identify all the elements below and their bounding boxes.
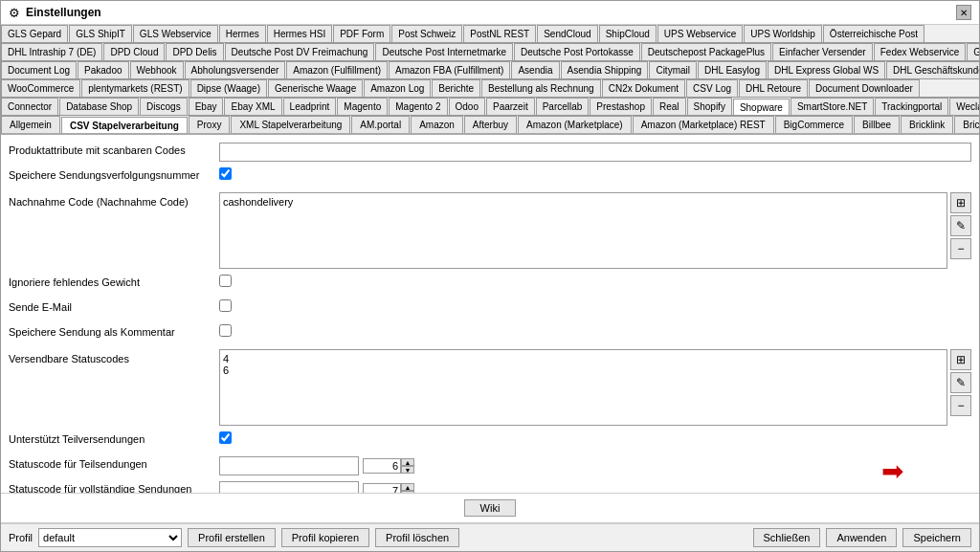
tab-hermes[interactable]: Hermes	[219, 25, 266, 42]
tab-dipse[interactable]: Dipse (Waage)	[190, 79, 267, 97]
close-button[interactable]: ✕	[956, 5, 971, 20]
tab-abholungsversender[interactable]: Abholungsversender	[185, 61, 286, 78]
unterstuetzt-checkbox[interactable]	[219, 431, 232, 444]
tab-shipcloud[interactable]: ShipCloud	[599, 25, 657, 42]
wiki-button[interactable]: Wiki	[464, 499, 517, 517]
tab-ebay-xml[interactable]: Ebay XML	[224, 98, 281, 115]
tab-deutsche-post-internetmarke[interactable]: Deutsche Post Internetmarke	[375, 43, 513, 60]
tab-paarzeit[interactable]: Paarzeit	[486, 98, 535, 115]
tab-dpd-delis[interactable]: DPD Delis	[166, 43, 223, 60]
versendbare-edit-button[interactable]: ✎	[950, 372, 971, 393]
tab-odoo[interactable]: Odoo	[449, 98, 485, 115]
tab-discogs[interactable]: Discogs	[140, 98, 188, 115]
tab-dpd-cloud[interactable]: DPD Cloud	[103, 43, 165, 60]
tab-pakadoo[interactable]: Pakadoo	[78, 61, 128, 78]
tab-woocommerce[interactable]: WooCommerce	[1, 79, 80, 97]
tab-trackingportal[interactable]: Trackingportal	[875, 98, 948, 115]
tab-fedex-webservice[interactable]: Fedex Webservice	[874, 43, 967, 60]
tab-hermes-hsi[interactable]: Hermes HSI	[267, 25, 332, 42]
tab-shopware[interactable]: Shopware	[733, 99, 790, 116]
tab-amazon-fba[interactable]: Amazon FBA (Fulfillment)	[389, 61, 510, 78]
tab2-amazon-marketplace[interactable]: Amazon (Marketplace)	[518, 116, 632, 133]
tab-dhl-intraship[interactable]: DHL Intraship 7 (DE)	[1, 43, 102, 60]
tab-leadprint[interactable]: Leadprint	[283, 98, 337, 115]
tab-database-shop[interactable]: Database Shop	[59, 98, 139, 115]
tab-magento[interactable]: Magento	[337, 98, 388, 115]
tab-amazon-fulfillment[interactable]: Amazon (Fulfillment)	[286, 61, 388, 78]
tab-generische-waage[interactable]: Generische Waage	[268, 79, 363, 97]
tab-berichte[interactable]: Berichte	[432, 79, 480, 97]
versendbare-add-button[interactable]: ⊞	[950, 349, 971, 370]
tab2-billbee[interactable]: Billbee	[854, 116, 900, 133]
nachnahme-textarea[interactable]	[219, 192, 947, 269]
tab2-brickowl[interactable]: Brickowl	[954, 116, 979, 133]
statuscode-teil-spin-up[interactable]: ▲	[401, 458, 414, 466]
tab2-xml-stapel[interactable]: XML Stapelverarbeitung	[231, 116, 350, 133]
nachnahme-delete-button[interactable]: −	[950, 238, 971, 259]
tab-cn2x-dokument[interactable]: CN2x Dokument	[602, 79, 685, 97]
tab-connector[interactable]: Connector	[1, 98, 58, 115]
tab2-proxy[interactable]: Proxy	[189, 116, 231, 133]
tab-dhl-geschaeftskunden[interactable]: DHL Geschäftskundenversand	[886, 61, 979, 78]
tab2-afterbuy[interactable]: Afterbuy	[464, 116, 517, 133]
tab-asendia[interactable]: Asendia	[511, 61, 559, 78]
tab-real[interactable]: Real	[653, 98, 686, 115]
tab-dhl-easylog[interactable]: DHL Easylog	[698, 61, 767, 78]
tab2-am-portal[interactable]: AM.portal	[351, 116, 410, 133]
speichern-button[interactable]: Speichern	[902, 528, 971, 547]
tab-deutsche-post-portokasse[interactable]: Deutsche Post Portokasse	[514, 43, 640, 60]
tab-pdf-form[interactable]: PDF Form	[333, 25, 390, 42]
tab-einfacher-versender[interactable]: Einfacher Versender	[772, 43, 873, 60]
versendbare-delete-button[interactable]: −	[950, 395, 971, 416]
produktattribute-input[interactable]	[219, 143, 971, 162]
statuscode-teil-spin-down[interactable]: ▼	[401, 466, 414, 474]
nachnahme-edit-button[interactable]: ✎	[950, 215, 971, 236]
tab2-amazon-marketplace-rest[interactable]: Amazon (Marketplace) REST	[633, 116, 774, 133]
versendbare-textarea[interactable]	[219, 349, 947, 426]
anwenden-button[interactable]: Anwenden	[826, 528, 897, 547]
tab-smartstore[interactable]: SmartStore.NET	[791, 98, 874, 115]
statuscode-voll-spin-up[interactable]: ▲	[401, 483, 414, 491]
profil-erstellen-button[interactable]: Profil erstellen	[188, 528, 276, 547]
tab-citymail[interactable]: Citymail	[649, 61, 697, 78]
tab-ebay[interactable]: Ebay	[189, 98, 224, 115]
tab2-bigcommerce[interactable]: BigCommerce	[775, 116, 853, 133]
tab-document-log[interactable]: Document Log	[1, 61, 77, 78]
tab-bestellung-rechnung[interactable]: Bestellung als Rechnung	[481, 79, 601, 97]
tab-asendia-shipping[interactable]: Asendia Shipping	[561, 61, 649, 78]
tab-document-downloader[interactable]: Document Downloader	[809, 79, 920, 97]
tab2-csv-stapel[interactable]: CSV Stapelverarbeitung	[61, 117, 188, 134]
profil-loeschen-button[interactable]: Profil löschen	[375, 528, 459, 547]
tab-csv-log[interactable]: CSV Log	[686, 79, 738, 97]
tab-gls-webservice[interactable]: GLS Webservice	[133, 25, 218, 42]
tab-shopify[interactable]: Shopify	[687, 98, 732, 115]
tab-magento2[interactable]: Magento 2	[389, 98, 447, 115]
tab-prestashop[interactable]: Prestashop	[590, 98, 652, 115]
statuscode-voll-spin-input[interactable]	[363, 483, 401, 493]
tab2-allgemein[interactable]: Allgemein	[1, 116, 60, 133]
tab-weclapp[interactable]: Weclapp	[949, 98, 979, 115]
statuscode-voll-input[interactable]	[219, 481, 359, 493]
tab-sendcloud[interactable]: SendCloud	[537, 25, 597, 42]
tab-amazon-log[interactable]: Amazon Log	[364, 79, 431, 97]
speichere-sendung-checkbox[interactable]	[219, 324, 232, 337]
tab-gel-express[interactable]: GEL Express	[967, 43, 979, 60]
tab-postnl-rest[interactable]: PostNL REST	[463, 25, 536, 42]
tab2-amazon[interactable]: Amazon	[411, 116, 463, 133]
profil-select[interactable]: default	[38, 528, 182, 547]
tab-ups-webservice[interactable]: UPS Webservice	[657, 25, 743, 42]
speichere-checkbox[interactable]	[219, 167, 232, 180]
nachnahme-add-button[interactable]: ⊞	[950, 192, 971, 213]
tab-gls-gepard[interactable]: GLS Gepard	[1, 25, 68, 42]
tab-gls-shipit[interactable]: GLS ShipIT	[69, 25, 132, 42]
tab-deutschepost-packageplus[interactable]: Deutschepost PackagePlus	[641, 43, 771, 60]
tab-dhl-retoure[interactable]: DHL Retoure	[739, 79, 808, 97]
tab-webhook[interactable]: Webhook	[130, 61, 184, 78]
sende-checkbox[interactable]	[219, 299, 232, 312]
profil-kopieren-button[interactable]: Profil kopieren	[281, 528, 369, 547]
tab-post-schweiz[interactable]: Post Schweiz	[391, 25, 462, 42]
tab-ups-worldship[interactable]: UPS Worldship	[744, 25, 822, 42]
tab-plentymarkets[interactable]: plentymarkets (REST)	[81, 79, 189, 97]
tab-oesterreichische-post[interactable]: Österreichische Post	[823, 25, 924, 42]
tab2-bricklink[interactable]: Bricklink	[901, 116, 953, 133]
